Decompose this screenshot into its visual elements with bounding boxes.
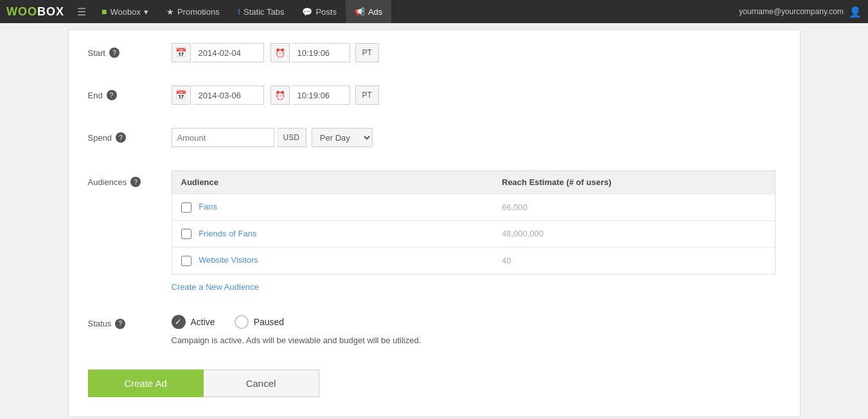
user-icon: 👤 [849,6,862,18]
posts-icon: 💬 [302,7,312,17]
spend-help-icon[interactable]: ? [116,132,126,143]
nav-item-posts[interactable]: 💬 Posts [293,0,346,23]
amount-input[interactable] [172,128,274,147]
period-select[interactable]: Per Day Per Week Total [312,128,373,147]
static-tabs-icon: f [238,7,240,17]
audience-name[interactable]: Friends of Fans [199,229,256,238]
end-date-icon[interactable]: 📅 [172,85,191,105]
audiences-content: Audience Reach Estimate (# of users) Fan… [172,170,775,292]
logo: WOOBOX [6,5,64,19]
table-row: Fans 66,000 [172,194,775,221]
audience-name[interactable]: Website Visitors [199,255,258,265]
end-label: End ? [88,85,172,100]
posts-label: Posts [315,7,337,17]
audience-checkbox[interactable] [181,229,191,239]
status-content: ✓ Active Paused Campaign is active. Ads … [172,315,421,345]
nav-item-ads[interactable]: 📢 Ads [346,0,391,23]
table-row: Friends of Fans 48,000,000 [172,220,775,247]
start-tz: PT [355,43,379,62]
spend-label: Spend ? [88,128,172,143]
woobox-icon: ■ [102,6,107,17]
start-label: Start ? [88,43,172,58]
start-time-input[interactable] [292,43,350,62]
status-row: Status ? ✓ Active Paused Campaign is act… [88,315,781,357]
currency-label: USD [277,128,306,147]
btn-row: Create Ad Cancel [88,370,781,397]
cancel-button[interactable]: Cancel [204,370,319,397]
spend-row: Spend ? USD Per Day Per Week Total [88,128,781,159]
ads-icon: 📢 [355,7,365,17]
content-panel: Start ? 📅 ⏰ PT End ? [68,30,801,417]
status-help-icon[interactable]: ? [115,319,125,329]
main-wrapper: Start ? 📅 ⏰ PT End ? [0,23,868,419]
create-audience-link[interactable]: Create a New Audience [172,282,260,292]
end-date-input[interactable] [193,85,264,105]
create-ad-button[interactable]: Create Ad [88,370,204,397]
start-row: Start ? 📅 ⏰ PT [88,43,781,74]
promotions-icon: ★ [166,7,174,17]
end-date-group: 📅 [172,85,264,105]
audiences-help-icon[interactable]: ? [130,177,141,187]
nav-item-static-tabs[interactable]: f Static Tabs [229,0,294,23]
audience-checkbox[interactable] [181,202,191,213]
col-reach: Reach Estimate (# of users) [493,171,775,194]
status-options: ✓ Active Paused [172,315,421,329]
active-radio-icon: ✓ [172,315,186,329]
menu-icon[interactable]: ☰ [77,6,86,18]
start-date-icon[interactable]: 📅 [172,43,191,62]
reach-estimate: 66,000 [493,194,775,221]
start-date-group: 📅 [172,43,264,62]
end-controls: 📅 ⏰ PT [172,85,781,105]
woobox-nav-label: Woobox [110,7,140,17]
ads-label: Ads [368,7,382,17]
reach-estimate: 40 [493,247,775,274]
reach-estimate: 48,000,000 [493,220,775,247]
paused-radio-icon [235,315,249,329]
audience-checkbox[interactable] [181,256,191,266]
static-tabs-label: Static Tabs [244,7,284,17]
nav-item-promotions[interactable]: ★ Promotions [157,0,229,23]
status-paused-option[interactable]: Paused [235,315,284,329]
status-label: Status ? [88,315,172,329]
audiences-label: Audiences ? [88,170,172,187]
col-audience: Audience [172,171,493,194]
user-info: yourname@yourcompany.com 👤 [739,6,862,18]
end-tz: PT [355,85,379,105]
start-controls: 📅 ⏰ PT [172,43,781,62]
table-row: Website Visitors 40 [172,247,775,274]
status-active-label: Active [191,317,215,327]
brand: WOOBOX [6,5,64,19]
status-description: Campaign is active. Ads will be viewable… [172,335,421,345]
navbar: WOOBOX ☰ ■ Woobox ▾ ★ Promotions f Stati… [0,0,868,23]
promotions-label: Promotions [177,7,220,17]
audiences-table: Audience Reach Estimate (# of users) Fan… [172,170,775,274]
nav-item-woobox[interactable]: ■ Woobox ▾ [93,0,157,23]
audience-name[interactable]: Fans [199,202,217,211]
spend-controls: USD Per Day Per Week Total [172,128,781,147]
end-time-group: ⏰ [267,85,350,105]
audiences-row: Audiences ? Audience Reach Estimate (# o… [88,170,781,303]
start-time-group: ⏰ [267,43,350,62]
woobox-arrow: ▾ [144,7,148,17]
end-time-icon[interactable]: ⏰ [270,85,290,105]
start-date-input[interactable] [193,43,264,62]
end-help-icon[interactable]: ? [107,90,117,100]
start-time-icon[interactable]: ⏰ [270,43,290,62]
user-email: yourname@yourcompany.com [739,7,844,16]
nav-menu: ■ Woobox ▾ ★ Promotions f Static Tabs 💬 … [93,0,391,23]
status-paused-label: Paused [254,317,284,327]
status-active-option[interactable]: ✓ Active [172,315,215,329]
end-time-input[interactable] [292,85,350,105]
start-help-icon[interactable]: ? [109,48,120,58]
end-row: End ? 📅 ⏰ PT [88,85,781,116]
